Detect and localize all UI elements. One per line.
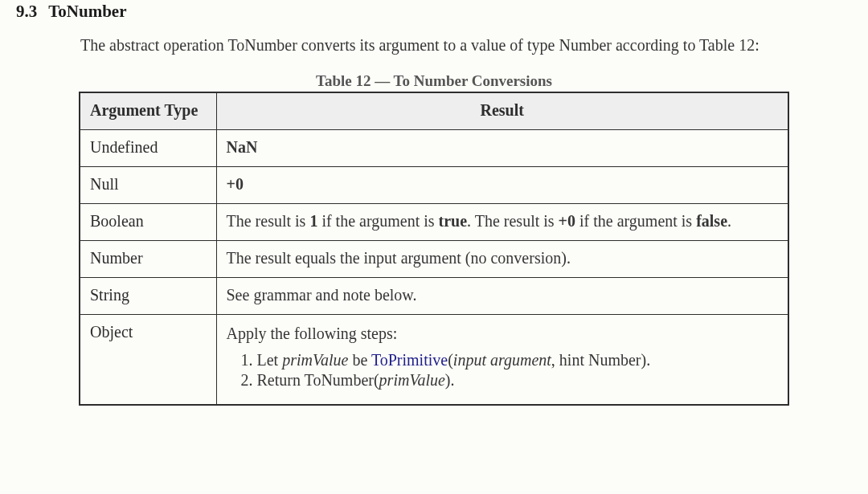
cell-result: Apply the following steps: Let primValue…	[216, 315, 788, 406]
cell-result: +0	[216, 167, 788, 204]
cell-type: Object	[80, 315, 216, 406]
section-heading: 9.3ToNumber	[16, 2, 852, 22]
section-intro: The abstract operation ToNumber converts…	[80, 36, 852, 55]
table-row: Object Apply the following steps: Let pr…	[80, 315, 788, 406]
cell-result: The result is 1 if the argument is true.…	[216, 204, 788, 241]
cell-result: NaN	[216, 130, 788, 167]
table-row: Number The result equals the input argum…	[80, 241, 788, 278]
cell-type: Number	[80, 241, 216, 278]
col-result: Result	[216, 92, 788, 130]
table-header-row: Argument Type Result	[80, 92, 788, 130]
table-row: Boolean The result is 1 if the argument …	[80, 204, 788, 241]
object-steps-intro: Apply the following steps:	[227, 325, 779, 343]
cell-type: Null	[80, 167, 216, 204]
table-row: Undefined NaN	[80, 130, 788, 167]
section-title: ToNumber	[48, 2, 126, 21]
cell-type: Boolean	[80, 204, 216, 241]
section-number: 9.3	[16, 2, 37, 22]
cell-result: The result equals the input argument (no…	[216, 241, 788, 278]
cell-type: String	[80, 278, 216, 315]
table-row: Null +0	[80, 167, 788, 204]
list-item: Let primValue be ToPrimitive(input argum…	[257, 351, 779, 369]
table-row: String See grammar and note below.	[80, 278, 788, 315]
page: 9.3ToNumber The abstract operation ToNum…	[0, 0, 868, 422]
table-caption: Table 12 — To Number Conversions	[16, 72, 852, 90]
toprimitive-link[interactable]: ToPrimitive	[371, 351, 448, 369]
list-item: Return ToNumber(primValue).	[257, 371, 779, 390]
object-steps-list: Let primValue be ToPrimitive(input argum…	[257, 351, 779, 390]
cell-result: See grammar and note below.	[216, 278, 788, 315]
conversion-table: Argument Type Result Undefined NaN Null …	[79, 92, 789, 406]
cell-type: Undefined	[80, 130, 216, 167]
col-argument-type: Argument Type	[80, 92, 216, 130]
